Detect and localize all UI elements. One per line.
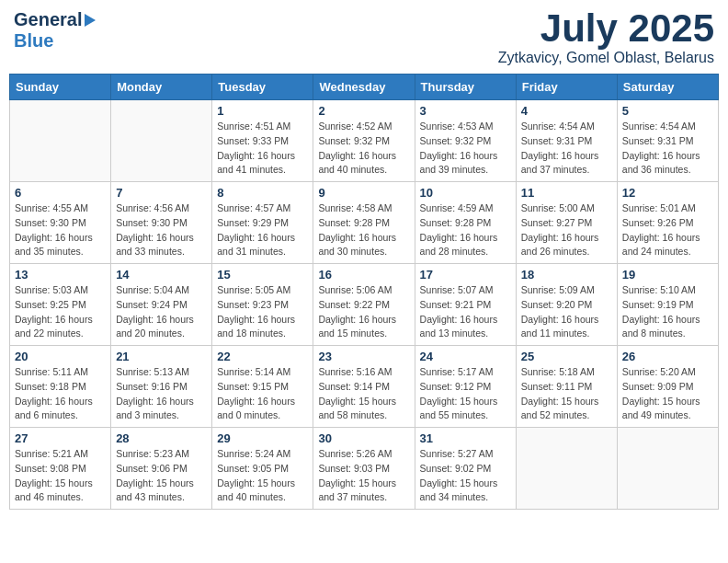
day-info: Sunrise: 5:18 AM Sunset: 9:11 PM Dayligh… [521,365,612,423]
logo-blue: Blue [14,30,53,52]
day-number: 10 [420,186,511,200]
calendar-cell: 23Sunrise: 5:16 AM Sunset: 9:14 PM Dayli… [313,346,415,428]
calendar-cell: 2Sunrise: 4:52 AM Sunset: 9:32 PM Daylig… [313,100,415,182]
month-year: July 2025 [498,9,714,48]
column-header-wednesday: Wednesday [313,75,415,100]
day-info: Sunrise: 5:01 AM Sunset: 9:26 PM Dayligh… [622,201,713,259]
day-number: 19 [622,268,713,282]
calendar-cell: 16Sunrise: 5:06 AM Sunset: 9:22 PM Dayli… [313,264,415,346]
logo-general: General [14,9,82,30]
day-info: Sunrise: 5:26 AM Sunset: 9:03 PM Dayligh… [318,447,409,505]
calendar-cell: 9Sunrise: 4:58 AM Sunset: 9:28 PM Daylig… [313,182,415,264]
day-number: 3 [420,104,511,118]
calendar-cell [111,100,212,182]
calendar-cell [10,100,111,182]
calendar-cell [516,428,617,510]
day-info: Sunrise: 5:09 AM Sunset: 9:20 PM Dayligh… [521,283,612,341]
calendar-cell: 21Sunrise: 5:13 AM Sunset: 9:16 PM Dayli… [111,346,212,428]
day-number: 8 [217,186,308,200]
day-info: Sunrise: 4:51 AM Sunset: 9:33 PM Dayligh… [217,120,308,178]
calendar-cell: 12Sunrise: 5:01 AM Sunset: 9:26 PM Dayli… [617,182,718,264]
day-info: Sunrise: 4:52 AM Sunset: 9:32 PM Dayligh… [318,120,409,178]
day-info: Sunrise: 5:00 AM Sunset: 9:27 PM Dayligh… [521,201,612,259]
header-row: SundayMondayTuesdayWednesdayThursdayFrid… [10,75,719,100]
day-number: 9 [318,186,409,200]
day-number: 2 [318,104,409,118]
day-info: Sunrise: 5:11 AM Sunset: 9:18 PM Dayligh… [15,365,106,423]
day-info: Sunrise: 4:54 AM Sunset: 9:31 PM Dayligh… [521,120,612,178]
day-number: 4 [521,104,612,118]
day-info: Sunrise: 5:14 AM Sunset: 9:15 PM Dayligh… [217,365,308,423]
calendar-cell: 5Sunrise: 4:54 AM Sunset: 9:31 PM Daylig… [617,100,718,182]
calendar: SundayMondayTuesdayWednesdayThursdayFrid… [9,74,719,510]
week-row-4: 20Sunrise: 5:11 AM Sunset: 9:18 PM Dayli… [10,346,719,428]
day-number: 24 [420,350,511,363]
calendar-cell: 20Sunrise: 5:11 AM Sunset: 9:18 PM Dayli… [10,346,111,428]
column-header-monday: Monday [111,75,212,100]
day-number: 5 [622,104,713,118]
day-number: 26 [622,350,713,363]
calendar-cell: 11Sunrise: 5:00 AM Sunset: 9:27 PM Dayli… [516,182,617,264]
calendar-cell: 29Sunrise: 5:24 AM Sunset: 9:05 PM Dayli… [212,428,313,510]
day-info: Sunrise: 5:27 AM Sunset: 9:02 PM Dayligh… [420,447,511,505]
day-number: 23 [318,350,409,363]
calendar-cell: 4Sunrise: 4:54 AM Sunset: 9:31 PM Daylig… [516,100,617,182]
day-number: 20 [15,350,106,363]
calendar-cell: 25Sunrise: 5:18 AM Sunset: 9:11 PM Dayli… [516,346,617,428]
calendar-cell [617,428,718,510]
calendar-cell: 24Sunrise: 5:17 AM Sunset: 9:12 PM Dayli… [415,346,516,428]
column-header-saturday: Saturday [617,75,718,100]
day-info: Sunrise: 5:10 AM Sunset: 9:19 PM Dayligh… [622,283,713,341]
day-info: Sunrise: 4:55 AM Sunset: 9:30 PM Dayligh… [15,201,106,259]
calendar-cell: 30Sunrise: 5:26 AM Sunset: 9:03 PM Dayli… [313,428,415,510]
day-info: Sunrise: 5:04 AM Sunset: 9:24 PM Dayligh… [116,283,207,341]
day-info: Sunrise: 4:56 AM Sunset: 9:30 PM Dayligh… [116,201,207,259]
day-info: Sunrise: 5:24 AM Sunset: 9:05 PM Dayligh… [217,447,308,505]
day-number: 21 [116,350,207,363]
calendar-cell: 6Sunrise: 4:55 AM Sunset: 9:30 PM Daylig… [10,182,111,264]
week-row-1: 1Sunrise: 4:51 AM Sunset: 9:33 PM Daylig… [10,100,719,182]
day-number: 7 [116,186,207,200]
day-info: Sunrise: 5:06 AM Sunset: 9:22 PM Dayligh… [318,283,409,341]
day-info: Sunrise: 5:23 AM Sunset: 9:06 PM Dayligh… [116,447,207,505]
calendar-cell: 18Sunrise: 5:09 AM Sunset: 9:20 PM Dayli… [516,264,617,346]
calendar-cell: 28Sunrise: 5:23 AM Sunset: 9:06 PM Dayli… [111,428,212,510]
location: Zytkavicy, Gomel Oblast, Belarus [498,50,714,66]
header: General Blue July 2025 Zytkavicy, Gomel … [9,9,719,66]
column-header-tuesday: Tuesday [212,75,313,100]
day-number: 28 [116,431,207,445]
calendar-cell: 27Sunrise: 5:21 AM Sunset: 9:08 PM Dayli… [10,428,111,510]
calendar-cell: 15Sunrise: 5:05 AM Sunset: 9:23 PM Dayli… [212,264,313,346]
day-number: 12 [622,186,713,200]
calendar-cell: 17Sunrise: 5:07 AM Sunset: 9:21 PM Dayli… [415,264,516,346]
day-info: Sunrise: 4:58 AM Sunset: 9:28 PM Dayligh… [318,201,409,259]
logo: General Blue [14,9,96,52]
day-info: Sunrise: 5:16 AM Sunset: 9:14 PM Dayligh… [318,365,409,423]
column-header-sunday: Sunday [10,75,111,100]
week-row-2: 6Sunrise: 4:55 AM Sunset: 9:30 PM Daylig… [10,182,719,264]
calendar-cell: 26Sunrise: 5:20 AM Sunset: 9:09 PM Dayli… [617,346,718,428]
day-number: 14 [116,268,207,282]
day-number: 16 [318,268,409,282]
day-number: 11 [521,186,612,200]
day-number: 17 [420,268,511,282]
logo-arrow-icon [85,14,96,27]
calendar-cell: 8Sunrise: 4:57 AM Sunset: 9:29 PM Daylig… [212,182,313,264]
day-number: 1 [217,104,308,118]
day-info: Sunrise: 4:59 AM Sunset: 9:28 PM Dayligh… [420,201,511,259]
day-info: Sunrise: 5:07 AM Sunset: 9:21 PM Dayligh… [420,283,511,341]
day-number: 18 [521,268,612,282]
calendar-cell: 22Sunrise: 5:14 AM Sunset: 9:15 PM Dayli… [212,346,313,428]
day-number: 29 [217,431,308,445]
day-number: 6 [15,186,106,200]
title-area: July 2025 Zytkavicy, Gomel Oblast, Belar… [498,9,714,66]
day-info: Sunrise: 5:03 AM Sunset: 9:25 PM Dayligh… [15,283,106,341]
calendar-cell: 10Sunrise: 4:59 AM Sunset: 9:28 PM Dayli… [415,182,516,264]
week-row-5: 27Sunrise: 5:21 AM Sunset: 9:08 PM Dayli… [10,428,719,510]
calendar-cell: 13Sunrise: 5:03 AM Sunset: 9:25 PM Dayli… [10,264,111,346]
day-number: 27 [15,431,106,445]
day-info: Sunrise: 4:53 AM Sunset: 9:32 PM Dayligh… [420,120,511,178]
day-info: Sunrise: 4:57 AM Sunset: 9:29 PM Dayligh… [217,201,308,259]
day-info: Sunrise: 4:54 AM Sunset: 9:31 PM Dayligh… [622,120,713,178]
day-info: Sunrise: 5:17 AM Sunset: 9:12 PM Dayligh… [420,365,511,423]
